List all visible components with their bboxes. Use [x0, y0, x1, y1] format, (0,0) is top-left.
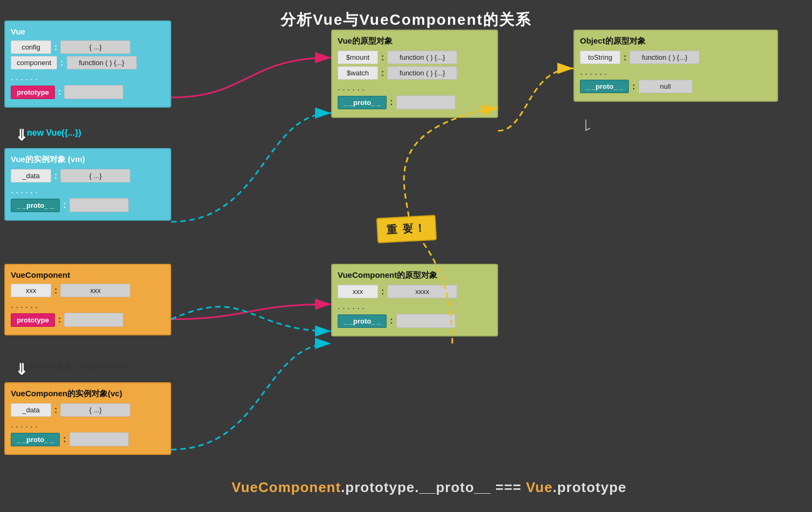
colon13: : [624, 53, 626, 62]
proto-val-vm [69, 198, 129, 212]
op-proto-val: null [639, 80, 692, 93]
formula-part1: VueComponent [232, 479, 341, 495]
vc-data-key: _data [11, 403, 51, 417]
config-val: { ...} [60, 40, 130, 54]
vp-proto-val [396, 95, 456, 109]
vue-box-label: Vue [11, 27, 165, 36]
watch-key: $watch [338, 66, 378, 80]
vc-data-val: { ...} [60, 403, 130, 417]
data-val: { ...} [60, 169, 130, 183]
vp-proto-key: _ _proto_ _ [338, 96, 387, 109]
formula-part5: .prototype [552, 479, 626, 495]
data-key: _data [11, 169, 51, 183]
object-proto-label: Object的原型对象 [580, 36, 772, 46]
vcp-proto-val [396, 314, 456, 328]
prototype-val [64, 85, 123, 99]
colon4: : [54, 171, 57, 181]
vue-proto-label: Vue的原型对象 [338, 36, 492, 46]
watch-row: $watch : function ( ) {...} [338, 66, 492, 80]
proto-row-vm: _ _proto_ _ : [11, 198, 165, 212]
down-arrow-2: ⇓ [15, 361, 27, 378]
xxx-key: xxx [11, 284, 51, 297]
xxx-row: xxx : xxx [11, 284, 165, 297]
dots6: ...... [580, 66, 772, 78]
vcp-proto-row: _ _proto_ _ : [338, 314, 492, 328]
vuecomponent-label: VueComponent [11, 270, 165, 279]
prototype-key: prototype [11, 86, 55, 99]
vc-data-row: _data : { ...} [11, 403, 165, 417]
vc-prototype-key: prototype [11, 313, 55, 327]
component-val: function ( ) {...} [67, 56, 137, 69]
dots2: ...... [11, 185, 165, 196]
config-key: config [11, 40, 51, 54]
colon9: : [63, 434, 66, 444]
vc-proto-key: _ _proto_ _ [11, 433, 60, 446]
vp-proto-row: _ _proto_ _ : [338, 95, 492, 109]
colon12: : [390, 97, 393, 107]
arrow-vp-proto-to-object [498, 68, 573, 131]
mount-row: $mount : function ( ) {...} [338, 51, 492, 64]
tostring-val: function ( ) {...} [629, 51, 699, 64]
colon6: : [54, 286, 57, 296]
vc-xxx-row: xxx : xxxx [338, 285, 492, 298]
dots3: ...... [11, 299, 165, 311]
colon: : [54, 43, 57, 52]
colon15: : [381, 287, 384, 297]
vuecomponent-proto-label: VueComponent的原型对象 [338, 270, 492, 280]
important-badge: 重 要！ [376, 215, 437, 243]
down-arrow-1: ⇓ [15, 127, 27, 144]
cursor-icon [586, 120, 590, 130]
arrow-vc-proto-teal [171, 307, 331, 331]
component-row: component : function ( ) {...} [11, 56, 165, 69]
formula-part3: === [491, 479, 526, 495]
vue-proto-box: Vue的原型对象 $mount : function ( ) {...} $wa… [331, 30, 498, 118]
vue-instance-box: Vue的实例对象 (vm) _data : { ...} ...... _ _p… [4, 148, 171, 221]
dots1: ...... [11, 72, 165, 83]
vc-prototype-val [64, 313, 123, 327]
vc-xxx-val: xxxx [387, 285, 457, 298]
vuecomponent-instance-box: VueComponen的实例对象(vc) _data : { ...} ....… [4, 382, 171, 455]
tostring-row: toString : function ( ) {...} [580, 51, 772, 64]
data-row: _data : { ...} [11, 169, 165, 183]
vc-prototype-row: prototype : [11, 313, 165, 327]
vc-proto-row: _ _proto_ _ : [11, 432, 165, 446]
prototype-row: prototype : [11, 85, 165, 99]
xxx-val: xxx [60, 284, 130, 297]
dots5: ...... [338, 82, 492, 93]
colon3: : [58, 87, 61, 97]
proto-key-vm: _ _proto_ _ [11, 199, 60, 212]
vuecomponent-proto-box: VueComponent的原型对象 xxx : xxxx ...... _ _p… [331, 264, 498, 336]
formula: VueComponent.prototype.__proto__ === Vue… [232, 479, 627, 496]
write-component-text: 编写组件标签，例如:<school/> [27, 362, 130, 371]
mount-val: function ( ) {...} [387, 51, 457, 64]
arrow-vc-proto [171, 304, 331, 319]
op-proto-row: _ _proto_ _ : null [580, 80, 772, 93]
colon2: : [60, 58, 63, 68]
colon16: : [390, 316, 393, 326]
vuecomponent-instance-label: VueComponen的实例对象(vc) [11, 389, 165, 399]
arrow-vci-proto [171, 343, 331, 450]
formula-part2: .prototype.__proto__ [341, 479, 491, 495]
op-proto-key: _ _proto_ _ [580, 80, 629, 93]
colon10: : [381, 53, 384, 62]
watch-val: function ( ) {...} [387, 66, 457, 80]
vc-xxx-key: xxx [338, 285, 378, 298]
colon14: : [632, 82, 635, 92]
vc-proto-val [69, 432, 129, 446]
tostring-key: toString [580, 51, 620, 64]
formula-part4: Vue [526, 479, 553, 495]
colon8: : [54, 405, 57, 415]
colon11: : [381, 68, 384, 78]
component-key: component [11, 56, 57, 69]
vcp-proto-key: _ _proto_ _ [338, 314, 387, 328]
new-vue-text: new Vue({...}) [27, 128, 81, 138]
config-row: config : { ...} [11, 40, 165, 54]
colon5: : [63, 200, 66, 210]
arrow-vue-proto [171, 58, 331, 97]
vue-instance-label: Vue的实例对象 (vm) [11, 155, 165, 165]
vuecomponent-box: VueComponent xxx : xxx ...... prototype … [4, 264, 171, 335]
colon7: : [58, 315, 61, 325]
vue-box: Vue config : { ...} component : function… [4, 20, 171, 108]
object-proto-box: Object的原型对象 toString : function ( ) {...… [573, 30, 778, 102]
dots7: ...... [338, 300, 492, 312]
